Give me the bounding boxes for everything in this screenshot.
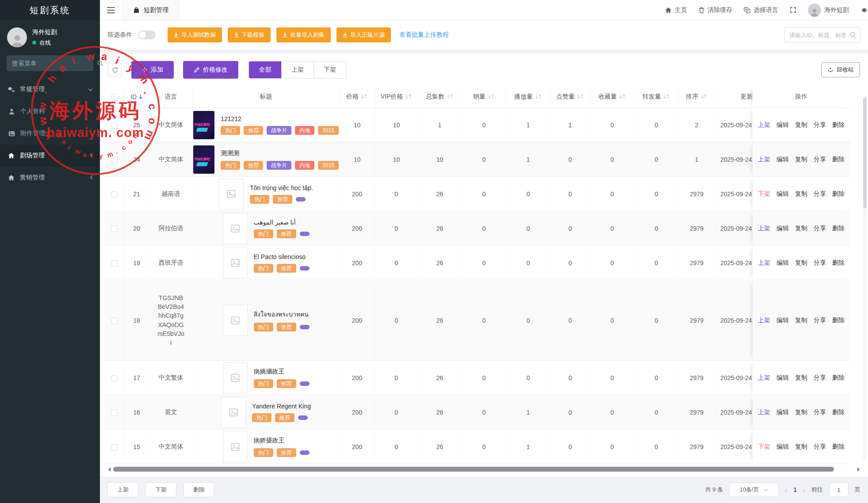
sidebar-item-剧场管理[interactable]: 剧场管理 [0, 145, 100, 167]
import-test-data-button[interactable]: 导入测试数据 [168, 27, 222, 42]
action-toggle-shelf[interactable]: 下架 [758, 443, 770, 450]
search-icon[interactable] [97, 60, 103, 66]
action-复制[interactable]: 复制 [795, 259, 807, 266]
action-分享[interactable]: 分享 [814, 443, 826, 450]
row-checkbox[interactable] [111, 410, 118, 416]
action-编辑[interactable]: 编辑 [776, 408, 789, 415]
nav-user[interactable]: 海外短剧 [808, 4, 849, 17]
action-删除[interactable]: 删除 [832, 121, 845, 128]
prev-page-icon[interactable]: ‹ [785, 486, 787, 494]
action-编辑[interactable]: 编辑 [776, 374, 789, 381]
page-size-select[interactable]: 10条/页 [729, 483, 779, 497]
action-删除[interactable]: 删除 [832, 259, 845, 266]
action-分享[interactable]: 分享 [814, 374, 826, 381]
placeholder-thumbnail[interactable] [219, 179, 244, 210]
action-分享[interactable]: 分享 [814, 121, 826, 128]
price-edit-button[interactable]: 价格修改 [183, 61, 238, 79]
fullscreen-icon[interactable] [790, 7, 796, 13]
action-toggle-shelf[interactable]: 上架 [758, 316, 770, 324]
action-分享[interactable]: 分享 [814, 190, 826, 197]
bulk-off-shelf-button[interactable]: 下架 [145, 482, 176, 497]
goto-page-input[interactable] [829, 483, 849, 497]
next-page-icon[interactable]: › [803, 486, 805, 494]
action-复制[interactable]: 复制 [795, 156, 807, 163]
gear-icon[interactable] [860, 7, 868, 14]
sidebar-item-营销管理[interactable]: 营销管理 [0, 167, 100, 189]
action-复制[interactable]: 复制 [795, 225, 807, 232]
tab-off-shelf[interactable]: 下架 [314, 61, 346, 78]
action-删除[interactable]: 删除 [832, 408, 845, 415]
add-button[interactable]: 添加 [131, 61, 174, 79]
recycle-bin-button[interactable]: 回收站 [821, 62, 860, 77]
nav-clear-cache[interactable]: 清除缓存 [699, 6, 732, 14]
bulk-on-shelf-button[interactable]: 上架 [107, 482, 138, 497]
row-checkbox[interactable] [111, 318, 118, 324]
placeholder-thumbnail[interactable] [223, 362, 248, 393]
sidebar-item-常规管理[interactable]: 常规管理 [0, 78, 100, 100]
sidebar-item-附件管理[interactable]: 附件管理 [0, 122, 100, 145]
action-toggle-shelf[interactable]: 上架 [758, 121, 770, 128]
action-toggle-shelf[interactable]: 上架 [758, 156, 770, 163]
row-checkbox[interactable] [111, 444, 118, 450]
action-分享[interactable]: 分享 [814, 225, 826, 232]
placeholder-thumbnail[interactable] [223, 305, 248, 336]
action-编辑[interactable]: 编辑 [776, 225, 789, 232]
row-checkbox[interactable] [111, 260, 118, 267]
import-licensed-button[interactable]: 导入正版片源 [336, 27, 391, 42]
hamburger-icon[interactable] [100, 0, 122, 20]
vertical-scroll-thumb[interactable] [863, 98, 867, 208]
placeholder-thumbnail[interactable] [223, 213, 248, 244]
action-复制[interactable]: 复制 [795, 374, 807, 381]
action-删除[interactable]: 删除 [832, 156, 845, 163]
table-search-input[interactable] [785, 32, 850, 38]
action-复制[interactable]: 复制 [795, 408, 807, 415]
action-编辑[interactable]: 编辑 [776, 443, 789, 450]
action-toggle-shelf[interactable]: 上架 [758, 259, 770, 266]
tab-on-shelf[interactable]: 上架 [281, 61, 314, 78]
tutorial-link[interactable]: 查看批量上传教程 [399, 31, 449, 39]
action-分享[interactable]: 分享 [814, 316, 826, 324]
search-icon[interactable] [850, 32, 860, 38]
placeholder-thumbnail[interactable] [221, 397, 246, 428]
bulk-delete-button[interactable]: 删除 [184, 482, 214, 497]
action-toggle-shelf[interactable]: 上架 [758, 374, 770, 381]
poster-thumbnail[interactable]: 开始狂舞吧 [193, 145, 214, 174]
filter-toggle[interactable] [138, 30, 156, 39]
action-复制[interactable]: 复制 [795, 190, 807, 197]
row-checkbox[interactable] [111, 226, 118, 232]
row-checkbox[interactable] [111, 191, 118, 198]
poster-thumbnail[interactable]: 开始狂舞吧 [193, 111, 214, 139]
select-all-checkbox[interactable] [111, 94, 118, 100]
tab-drama-management[interactable]: 短剧管理 [122, 0, 180, 20]
action-复制[interactable]: 复制 [795, 443, 807, 450]
scroll-left-arrow[interactable] [106, 467, 111, 472]
current-page[interactable]: 1 [793, 486, 797, 493]
action-编辑[interactable]: 编辑 [776, 156, 789, 163]
tab-all[interactable]: 全部 [249, 61, 281, 78]
action-编辑[interactable]: 编辑 [776, 121, 789, 128]
nav-home[interactable]: 主页 [665, 6, 687, 14]
action-编辑[interactable]: 编辑 [776, 190, 789, 197]
sidebar-item-个人资料[interactable]: 个人资料 [0, 100, 100, 122]
row-checkbox[interactable] [111, 375, 118, 381]
batch-import-button[interactable]: 批量导入剧集 [276, 27, 331, 42]
placeholder-thumbnail[interactable] [223, 431, 248, 462]
nav-select-language[interactable]: 选择语言 [744, 6, 778, 14]
refresh-button[interactable] [108, 63, 122, 77]
row-checkbox[interactable] [111, 157, 118, 163]
action-复制[interactable]: 复制 [795, 121, 807, 128]
action-编辑[interactable]: 编辑 [776, 316, 789, 324]
action-分享[interactable]: 分享 [814, 408, 826, 415]
action-toggle-shelf[interactable]: 上架 [758, 408, 770, 415]
action-删除[interactable]: 删除 [832, 225, 845, 232]
action-复制[interactable]: 复制 [795, 316, 807, 324]
action-toggle-shelf[interactable]: 下架 [758, 190, 770, 197]
horizontal-scroll-thumb[interactable] [113, 467, 834, 472]
action-删除[interactable]: 删除 [832, 316, 845, 324]
action-编辑[interactable]: 编辑 [776, 259, 789, 266]
row-checkbox[interactable] [111, 122, 118, 129]
action-删除[interactable]: 删除 [832, 374, 845, 381]
action-删除[interactable]: 删除 [832, 443, 845, 450]
action-删除[interactable]: 删除 [832, 190, 845, 197]
download-template-button[interactable]: 下载模板 [228, 27, 271, 42]
